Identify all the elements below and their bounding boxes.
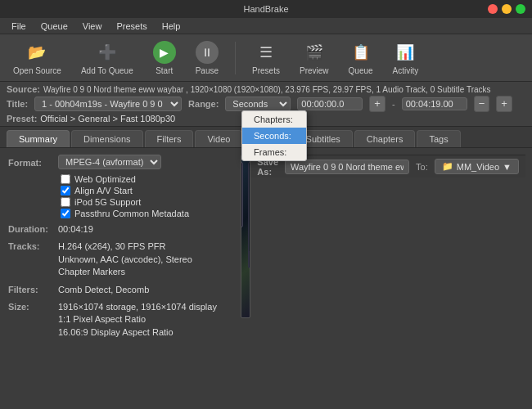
tab-dimensions[interactable]: Dimensions (71, 130, 142, 147)
source-value: Wayfire 0 9 0 Nord theme eww waybar , 19… (43, 85, 491, 94)
filters-label: Filters: (8, 284, 53, 294)
to-label: To: (416, 162, 428, 172)
end-time-minus[interactable]: − (474, 96, 490, 112)
open-source-icon: 📂 (25, 41, 48, 64)
title-select[interactable]: 1 - 00h04m19s - Wayfire 0 9 0 Nor... (34, 97, 182, 111)
titlebar: HandBrake (0, 0, 532, 18)
range-select[interactable]: Chapters Seconds Frames (225, 97, 291, 111)
duration-label: Duration: (8, 223, 53, 234)
time-separator: - (392, 99, 395, 109)
size-value: 1916×1074 storage, 1916×1074 display 1:1… (58, 301, 217, 339)
open-source-label: Open Source (13, 66, 61, 75)
tracks-value: H.264 (x264), 30 FPS PFR Unknown, AAC (a… (58, 240, 192, 278)
end-time-input[interactable] (402, 97, 467, 110)
tab-tags[interactable]: Tags (417, 130, 460, 147)
menu-queue[interactable]: Queue (34, 20, 74, 33)
video-thumbnail: $ waybar --config loading modules... ✓ w… (241, 155, 250, 318)
code-panel: • workspaces/ • clock.cpp • battery.cpp … (248, 162, 250, 268)
main-content: Format: MPEG-4 (avformat) Web Optimized … (0, 148, 532, 392)
web-optimized-label: Web Optimized (74, 174, 136, 184)
folder-icon: 📁 (442, 161, 453, 172)
activity-label: Activity (393, 66, 419, 75)
passthru-checkbox[interactable] (61, 209, 70, 218)
toolbar-separator (235, 42, 236, 74)
range-label: Range: (188, 99, 219, 109)
start-label: Start (156, 66, 173, 75)
title-row: Title: 1 - 00h04m19s - Wayfire 0 9 0 Nor… (7, 96, 525, 112)
tab-filters[interactable]: Filters (145, 130, 194, 147)
open-source-button[interactable]: 📂 Open Source (7, 38, 68, 79)
start-button[interactable]: ▶ Start (147, 38, 183, 79)
web-optimized-checkbox[interactable] (61, 174, 70, 184)
tab-chapters[interactable]: Chapters (354, 130, 416, 147)
dropdown-popup: Chapters: Seconds: Frames: (241, 110, 307, 161)
app-title: HandBrake (243, 4, 288, 14)
align-av-checkbox[interactable] (61, 186, 70, 196)
title-label: Title: (7, 99, 28, 109)
format-label: Format: (8, 157, 53, 168)
menubar: File Queue View Presets Help (0, 18, 532, 34)
toolbar: 📂 Open Source ➕ Add To Queue ▶ Start ⏸ P… (0, 34, 532, 82)
size-label: Size: (8, 301, 53, 312)
range-select-container: Chapters Seconds Frames (225, 97, 291, 111)
dropdown-item-seconds[interactable]: Seconds: (242, 128, 306, 144)
save-as-input[interactable] (285, 160, 409, 174)
align-av-label: Align A/V Start (74, 186, 133, 196)
taskbar-sim: 12:34 (249, 251, 250, 267)
close-button[interactable] (488, 4, 498, 14)
pause-icon: ⏸ (196, 41, 219, 64)
preset-label: Preset: (7, 114, 37, 124)
preview-label: Preview (300, 66, 329, 75)
align-av-row: Align A/V Start (57, 186, 229, 196)
start-time-plus[interactable]: + (369, 96, 385, 112)
source-label: Source: (7, 84, 40, 94)
size-row: Size: 1916×1074 storage, 1916×1074 displ… (8, 301, 229, 339)
source-row: Source: Wayfire 0 9 0 Nord theme eww way… (7, 84, 525, 94)
start-time-input[interactable] (297, 97, 363, 110)
tab-video[interactable]: Video (195, 130, 242, 147)
dropdown-arrow-icon: ▼ (503, 162, 512, 172)
add-to-queue-icon: ➕ (96, 41, 119, 64)
duration-value: 00:04:19 (58, 223, 93, 236)
filters-value: Comb Detect, Decomb (58, 284, 149, 296)
passthru-row: Passthru Common Metadata (57, 209, 229, 218)
queue-label: Queue (349, 66, 373, 75)
presets-button[interactable]: ☰ Presets (246, 38, 286, 79)
tracks-label: Tracks: (8, 240, 53, 251)
start-icon: ▶ (153, 41, 176, 64)
dropdown-item-frames[interactable]: Frames: (242, 144, 306, 160)
maximize-button[interactable] (516, 4, 525, 14)
activity-button[interactable]: 📊 Activity (386, 38, 426, 79)
video-preview-panel: $ waybar --config loading modules... ✓ w… (237, 148, 532, 392)
queue-icon: 📋 (349, 41, 372, 64)
activity-icon: 📊 (394, 41, 417, 64)
pause-button[interactable]: ⏸ Pause (189, 38, 225, 79)
passthru-label: Passthru Common Metadata (74, 209, 189, 218)
preview-button[interactable]: 🎬 Preview (293, 38, 336, 79)
menu-view[interactable]: View (76, 20, 109, 33)
preview-icon: 🎬 (303, 41, 326, 64)
window-controls (488, 4, 525, 14)
filters-row: Filters: Comb Detect, Decomb (8, 284, 229, 296)
end-time-plus[interactable]: + (496, 96, 512, 112)
dropdown-item-chapters[interactable]: Chapters: (242, 111, 306, 128)
queue-button[interactable]: 📋 Queue (342, 38, 380, 79)
left-panel: Format: MPEG-4 (avformat) Web Optimized … (0, 148, 237, 392)
add-to-queue-label: Add To Queue (81, 66, 133, 75)
preset-value: Official > General > Fast 1080p30 (40, 114, 175, 124)
menu-help[interactable]: Help (156, 20, 187, 33)
folder-button[interactable]: 📁 MM_Video ▼ (435, 159, 519, 174)
pause-label: Pause (196, 66, 219, 75)
ipod-checkbox[interactable] (61, 197, 70, 207)
minimize-button[interactable] (502, 4, 512, 14)
checkboxes-group: Web Optimized Align A/V Start iPod 5G Su… (8, 174, 229, 218)
menu-presets[interactable]: Presets (110, 20, 153, 33)
format-select[interactable]: MPEG-4 (avformat) (58, 155, 161, 169)
add-to-queue-button[interactable]: ➕ Add To Queue (74, 38, 140, 79)
terminal-overlay: $ waybar --config loading modules... ✓ w… (241, 162, 243, 227)
tracks-row: Tracks: H.264 (x264), 30 FPS PFR Unknown… (8, 240, 229, 278)
tab-summary[interactable]: Summary (7, 130, 70, 147)
ipod-label: iPod 5G Support (74, 197, 141, 207)
duration-row: Duration: 00:04:19 (8, 223, 229, 236)
menu-file[interactable]: File (5, 20, 33, 33)
